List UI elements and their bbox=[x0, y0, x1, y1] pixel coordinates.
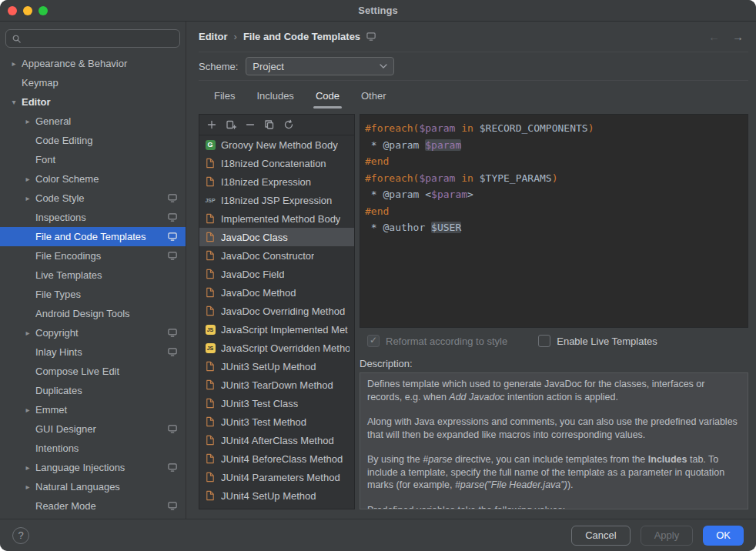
chevron-down-icon[interactable]: ▾ bbox=[8, 98, 20, 106]
template-item-junit3-teardown-method[interactable]: JUnit3 TearDown Method bbox=[199, 376, 354, 394]
zoom-window-button[interactable] bbox=[38, 6, 48, 15]
code-line: #end bbox=[365, 153, 743, 170]
sidebar-item-font[interactable]: Font bbox=[0, 150, 186, 169]
chevron-right-icon[interactable]: ▸ bbox=[22, 463, 34, 472]
dialog-body: ▸Appearance & BehaviorKeymap▾Editor▸Gene… bbox=[0, 22, 756, 519]
copy-template-button[interactable] bbox=[264, 119, 275, 130]
sidebar-item-general[interactable]: ▸General bbox=[0, 112, 186, 131]
template-item-label: JavaDoc Method bbox=[221, 287, 296, 299]
forward-arrow-icon[interactable]: → bbox=[732, 30, 744, 43]
sidebar-item-natural-languages[interactable]: ▸Natural Languages bbox=[0, 477, 186, 496]
scheme-select[interactable]: Project bbox=[246, 57, 394, 75]
sidebar-item-label: File and Code Templates bbox=[35, 231, 163, 242]
close-window-button[interactable] bbox=[8, 6, 17, 15]
template-item-javadoc-overriding-method[interactable]: JavaDoc Overriding Method bbox=[199, 302, 354, 320]
template-file-icon bbox=[204, 287, 216, 299]
template-item-junit3-setup-method[interactable]: JUnit3 SetUp Method bbox=[199, 357, 354, 376]
template-item-i18nized-concatenation[interactable]: I18nized Concatenation bbox=[199, 154, 354, 172]
apply-button[interactable]: Apply bbox=[641, 526, 694, 546]
search-input[interactable] bbox=[25, 33, 174, 44]
tab-code[interactable]: Code bbox=[305, 81, 350, 110]
sidebar-item-appearance-behavior[interactable]: ▸Appearance & Behavior bbox=[0, 54, 186, 73]
back-arrow-icon[interactable]: ← bbox=[708, 30, 720, 43]
sidebar-item-keymap[interactable]: Keymap bbox=[0, 73, 186, 92]
sidebar-item-file-types[interactable]: File Types bbox=[0, 285, 186, 304]
search-icon bbox=[12, 34, 22, 44]
sidebar-item-android-design-tools[interactable]: Android Design Tools bbox=[0, 304, 186, 323]
sidebar-item-file-encodings[interactable]: File Encodings bbox=[0, 246, 186, 265]
sidebar-item-emmet[interactable]: ▸Emmet bbox=[0, 400, 186, 419]
sidebar-item-gui-designer[interactable]: GUI Designer bbox=[0, 419, 186, 439]
chevron-right-icon[interactable]: ▸ bbox=[22, 175, 34, 183]
cancel-button[interactable]: Cancel bbox=[571, 526, 630, 546]
breadcrumb-page: File and Code Templates bbox=[243, 31, 360, 42]
sidebar-item-code-style[interactable]: ▸Code Style bbox=[0, 189, 186, 208]
sidebar-item-intentions[interactable]: Intentions bbox=[0, 439, 186, 458]
sidebar-item-copyright[interactable]: ▸Copyright bbox=[0, 323, 186, 342]
template-item-javadoc-constructor[interactable]: JavaDoc Constructor bbox=[199, 246, 354, 265]
sidebar-item-editor[interactable]: ▾Editor bbox=[0, 92, 186, 112]
template-item-javascript-implemented-met[interactable]: JSJavaScript Implemented Met bbox=[199, 320, 354, 339]
template-file-icon bbox=[204, 250, 216, 262]
template-item-junit3-test-class[interactable]: JUnit3 Test Class bbox=[199, 394, 354, 412]
sidebar-item-compose-live-edit[interactable]: Compose Live Edit bbox=[0, 362, 186, 381]
screen-icon bbox=[168, 347, 178, 357]
chevron-right-icon[interactable]: ▸ bbox=[22, 194, 34, 202]
sidebar-item-file-and-code-templates[interactable]: File and Code Templates bbox=[0, 227, 186, 246]
template-item-junit4-beforeclass-method[interactable]: JUnit4 BeforeClass Method bbox=[199, 449, 354, 468]
template-file-icon bbox=[204, 398, 216, 409]
ok-button[interactable]: OK bbox=[703, 526, 744, 546]
create-child-template-button[interactable] bbox=[226, 119, 236, 130]
sidebar-item-duplicates[interactable]: Duplicates bbox=[0, 381, 186, 400]
description-paragraph: Predefined variables take the following … bbox=[367, 504, 741, 510]
sidebar-item-language-injections[interactable]: ▸Language Injections bbox=[0, 458, 186, 477]
template-item-junit4-parameters-method[interactable]: JUnit4 Parameters Method bbox=[199, 468, 354, 486]
template-item-javadoc-field[interactable]: JavaDoc Field bbox=[199, 265, 354, 283]
minimize-window-button[interactable] bbox=[23, 6, 32, 15]
settings-search-box[interactable] bbox=[5, 29, 180, 48]
sidebar-item-inlay-hints[interactable]: Inlay Hints bbox=[0, 342, 186, 362]
breadcrumb-section[interactable]: Editor bbox=[199, 31, 228, 42]
chevron-down-icon bbox=[380, 64, 387, 68]
template-item-junit4-setup-method[interactable]: JUnit4 SetUp Method bbox=[199, 486, 354, 505]
chevron-right-icon[interactable]: ▸ bbox=[22, 329, 34, 337]
template-item-javadoc-class[interactable]: JavaDoc Class bbox=[199, 228, 354, 246]
reformat-checkbox[interactable] bbox=[367, 335, 380, 347]
template-item-label: Implemented Method Body bbox=[221, 213, 340, 225]
template-item-label: JavaDoc Class bbox=[221, 232, 288, 243]
template-item-groovy-new-method-body[interactable]: GGroovy New Method Body bbox=[199, 135, 354, 154]
tab-includes[interactable]: Includes bbox=[246, 81, 304, 110]
tab-files[interactable]: Files bbox=[203, 81, 246, 110]
description-panel[interactable]: Defines template which used to generate … bbox=[360, 372, 748, 509]
enable-live-templates-checkbox[interactable] bbox=[538, 335, 550, 347]
template-item-junit3-test-method[interactable]: JUnit3 Test Method bbox=[199, 412, 354, 431]
chevron-right-icon[interactable]: ▸ bbox=[22, 117, 34, 125]
sidebar-item-label: Reader Mode bbox=[35, 500, 163, 512]
chevron-right-icon[interactable]: ▸ bbox=[22, 406, 34, 414]
template-code-editor[interactable]: #foreach($param in $RECORD_COMPONENTS) *… bbox=[360, 114, 748, 328]
reset-to-default-button[interactable] bbox=[283, 119, 294, 130]
help-button[interactable]: ? bbox=[12, 527, 29, 544]
sidebar-item-inspections[interactable]: Inspections bbox=[0, 208, 186, 227]
template-item-javadoc-method[interactable]: JavaDoc Method bbox=[199, 283, 354, 302]
template-panes: GGroovy New Method BodyI18nized Concaten… bbox=[199, 114, 748, 509]
template-item-junit4-afterclass-method[interactable]: JUnit4 AfterClass Method bbox=[199, 431, 354, 449]
remove-template-button[interactable] bbox=[245, 119, 256, 130]
description-paragraph: Defines template which used to generate … bbox=[367, 378, 741, 403]
sidebar-item-code-editing[interactable]: Code Editing bbox=[0, 131, 186, 150]
sidebar-item-live-templates[interactable]: Live Templates bbox=[0, 265, 186, 285]
template-file-icon bbox=[204, 490, 216, 502]
sidebar-item-label: Font bbox=[35, 154, 178, 165]
sidebar-item-reader-mode[interactable]: Reader Mode bbox=[0, 496, 186, 516]
template-item-implemented-method-body[interactable]: Implemented Method Body bbox=[199, 209, 354, 228]
chevron-right-icon[interactable]: ▸ bbox=[8, 59, 20, 68]
template-item-i18nized-jsp-expression[interactable]: JSPI18nized JSP Expression bbox=[199, 191, 354, 209]
template-item-label: JUnit3 TearDown Method bbox=[221, 379, 333, 391]
tab-other[interactable]: Other bbox=[350, 81, 397, 110]
template-item-javascript-overridden-metho[interactable]: JSJavaScript Overridden Metho bbox=[199, 339, 354, 357]
create-template-button[interactable] bbox=[206, 119, 217, 130]
template-item-i18nized-expression[interactable]: I18nized Expression bbox=[199, 172, 354, 191]
sidebar-item-color-scheme[interactable]: ▸Color Scheme bbox=[0, 169, 186, 189]
description-paragraph: By using the #parse directive, you can i… bbox=[367, 453, 741, 492]
chevron-right-icon[interactable]: ▸ bbox=[22, 483, 34, 491]
